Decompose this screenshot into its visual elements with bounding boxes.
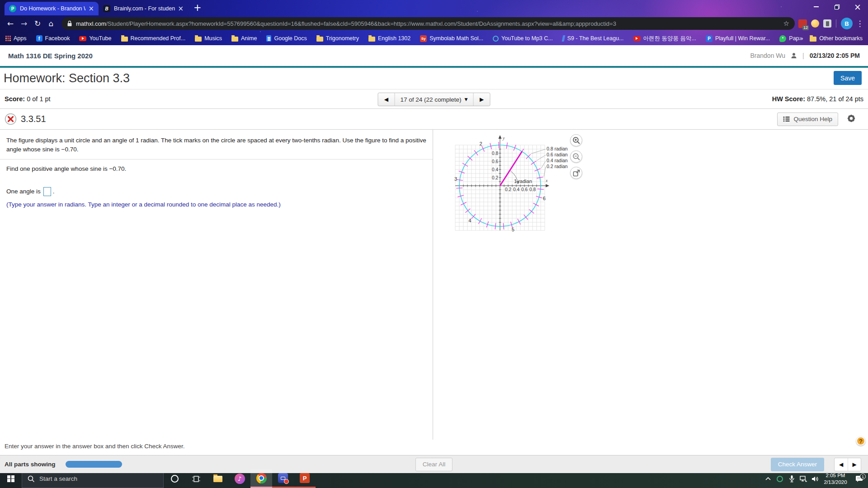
- open-in-new-window-button[interactable]: [570, 167, 582, 179]
- other-bookmarks[interactable]: Other bookmarks: [810, 35, 863, 42]
- bookmark-label: S9 - The Best Leagu...: [567, 35, 624, 42]
- tab-brainly[interactable]: B Brainly.com - For students. By stu ×: [99, 2, 188, 15]
- browser-menu-icon[interactable]: ⋮: [855, 19, 864, 28]
- bookmark-item[interactable]: YouTube: [79, 35, 111, 42]
- bookmark-item[interactable]: Facebook: [36, 35, 70, 42]
- question-header-row: 3.3.51 Question Help: [0, 109, 868, 130]
- restore-button[interactable]: [826, 0, 847, 14]
- bookmark-item[interactable]: English 1302: [368, 35, 410, 42]
- previous-question-button[interactable]: ◀: [378, 93, 394, 106]
- bookmark-item[interactable]: S9 - The Best Leagu...: [562, 35, 624, 42]
- screen-recorder-button[interactable]: [272, 469, 294, 488]
- caret-down-icon: ▼: [465, 97, 468, 102]
- task-view-icon: [192, 476, 200, 482]
- forward-icon[interactable]: →: [17, 19, 31, 28]
- bookmarks-list: AppsFacebookYouTubeRecommended Prof...Mu…: [5, 35, 800, 42]
- svg-text:0.4: 0.4: [513, 187, 519, 192]
- chrome-button[interactable]: [250, 469, 272, 488]
- save-button[interactable]: Save: [834, 71, 862, 85]
- bookmark-item[interactable]: Playfull | Win Rewar...: [706, 35, 770, 42]
- bookmark-label: Musics: [204, 35, 222, 42]
- back-icon[interactable]: ←: [4, 19, 17, 28]
- close-button[interactable]: ×: [847, 0, 868, 14]
- figure-pane: 1 radian0.80.60.40.20.20.40.60.8234560.8…: [433, 130, 868, 440]
- svg-text:4: 4: [468, 218, 471, 223]
- folder-icon: [121, 37, 128, 42]
- reload-icon[interactable]: ↻: [31, 19, 44, 28]
- question-help-button[interactable]: Question Help: [777, 113, 838, 126]
- next-question-button[interactable]: ▶: [474, 93, 490, 106]
- question-pager: ◀ 17 of 24 (22 complete) ▼ ▶: [377, 93, 490, 106]
- file-explorer-button[interactable]: [207, 469, 229, 488]
- bookmark-item[interactable]: Apps: [5, 35, 27, 42]
- tab-strip: P Do Homework - Brandon Wu × B Brainly.c…: [0, 0, 868, 15]
- bookmark-label: YouTube: [89, 35, 111, 42]
- bookmark-item[interactable]: Trigonometry: [316, 35, 359, 42]
- svg-text:2: 2: [480, 141, 482, 146]
- datetime: 02/13/20 2:05 PM: [810, 52, 860, 59]
- network-icon: [800, 476, 807, 482]
- tab-close-icon[interactable]: ×: [178, 5, 184, 12]
- bookmark-item[interactable]: Symbolab Math Sol...: [420, 35, 483, 42]
- clear-all-button[interactable]: Clear All: [415, 458, 453, 471]
- svg-text:3: 3: [454, 176, 457, 182]
- bookmark-item[interactable]: 아련한 동양풍 음악...: [633, 35, 696, 42]
- next-part-button[interactable]: ▶: [848, 458, 861, 471]
- zoom-in-button[interactable]: [570, 134, 582, 146]
- action-center-button[interactable]: 1: [850, 475, 868, 482]
- tab-close-icon[interactable]: ×: [88, 5, 94, 12]
- footer-nav-group: ◀ ▶: [834, 458, 861, 471]
- url-domain: mathxl.com: [76, 20, 106, 27]
- bookmark-item[interactable]: Google Docs: [266, 35, 307, 42]
- task-view-button[interactable]: [185, 469, 207, 488]
- question-select[interactable]: 17 of 24 (22 complete) ▼: [394, 93, 473, 106]
- url-bar[interactable]: mathxl.com /Student/PlayerHomework.aspx?…: [61, 17, 795, 30]
- score-label: Score:: [5, 95, 25, 103]
- answer-input[interactable]: [43, 187, 51, 196]
- minimize-button[interactable]: [806, 0, 826, 14]
- symbolab-icon: [420, 35, 427, 42]
- bookmark-item[interactable]: Papago: [779, 35, 799, 42]
- svg-text:x: x: [545, 178, 548, 183]
- settings-gear-icon[interactable]: [846, 113, 856, 125]
- tab-do-homework[interactable]: P Do Homework - Brandon Wu ×: [5, 2, 99, 15]
- previous-part-button[interactable]: ◀: [835, 458, 848, 471]
- score-value: 0 of 1 pt: [27, 95, 50, 103]
- question-number: 3.3.51: [21, 114, 46, 124]
- powerpoint-button[interactable]: P: [294, 469, 316, 488]
- speaker-icon: [811, 476, 819, 482]
- bookmarks-overflow-icon[interactable]: »: [800, 35, 804, 42]
- extensions-area: 12: [798, 19, 831, 28]
- start-button[interactable]: [0, 469, 22, 488]
- incorrect-x-icon: [5, 113, 17, 125]
- taskbar-clock[interactable]: 2:05 PM 2/13/2020: [821, 472, 850, 486]
- bookmark-item[interactable]: Musics: [195, 35, 222, 42]
- profile-avatar[interactable]: B: [841, 18, 853, 29]
- hw-score-value: 87.5%, 21 of 24 pts: [807, 95, 863, 103]
- parts-label: All parts showing: [5, 461, 56, 468]
- help-button[interactable]: ?: [856, 436, 865, 446]
- cortana-button[interactable]: [164, 469, 185, 488]
- bookmark-item[interactable]: Recommended Prof...: [121, 35, 186, 42]
- brainly-favicon-icon: B: [103, 5, 110, 12]
- bookmark-star-icon[interactable]: ☆: [783, 19, 789, 28]
- zoom-out-button[interactable]: [570, 150, 582, 163]
- lock-icon: [67, 20, 72, 27]
- restore-icon: [834, 4, 840, 10]
- new-tab-button[interactable]: +: [193, 3, 202, 13]
- itunes-button[interactable]: ♪: [229, 469, 250, 488]
- extension-icon[interactable]: [811, 19, 819, 28]
- check-answer-button[interactable]: Check Answer: [771, 458, 824, 471]
- question-prompt: Find one positive angle whose sine is −0…: [6, 164, 426, 174]
- extension-icon[interactable]: 12: [798, 19, 807, 28]
- extension-icon[interactable]: [823, 19, 831, 28]
- toolbar-divider: [836, 19, 836, 28]
- bookmark-item[interactable]: Anime: [231, 35, 257, 42]
- figure-buttons: [570, 134, 582, 179]
- bookmark-item[interactable]: YouTube to Mp3 C...: [493, 35, 553, 42]
- svg-text:0.8: 0.8: [529, 187, 536, 192]
- home-icon[interactable]: ⌂: [44, 19, 58, 28]
- progress-bar: [66, 461, 122, 468]
- user-name: Brandon Wu: [750, 52, 785, 59]
- bookmark-label: YouTube to Mp3 C...: [501, 35, 553, 42]
